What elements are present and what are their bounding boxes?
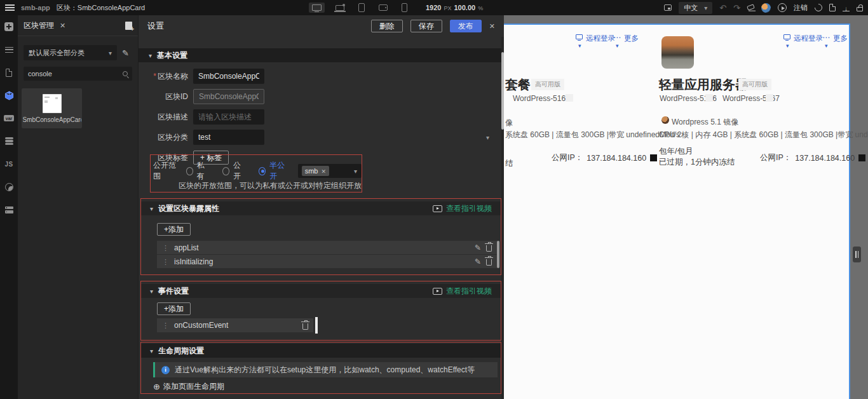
right-card-remote-login[interactable]: 远程登录 (783, 34, 823, 43)
events-guide-link[interactable]: 查看指引视频 (433, 286, 492, 297)
copy-icon[interactable] (858, 154, 865, 161)
props-section-header[interactable]: 设置区块暴露属性 查看指引视频 (141, 201, 501, 215)
edit-categories-icon[interactable] (122, 48, 129, 58)
drag-handle-icon[interactable] (162, 321, 169, 330)
trash-icon[interactable] (486, 245, 492, 252)
chevron-down-icon[interactable] (825, 43, 828, 49)
scope-radio-public[interactable]: 公开 (222, 160, 246, 182)
props-guide-link[interactable]: 查看指引视频 (433, 203, 492, 214)
remove-tag-icon[interactable] (321, 167, 326, 175)
device-laptop-button[interactable] (332, 3, 348, 13)
basic-settings-header[interactable]: 基本设置 (139, 48, 504, 62)
close-panel-icon[interactable] (60, 21, 65, 30)
event-row-oncustomevent[interactable]: onCustomEvent (157, 318, 313, 332)
device-tablet-portrait-button[interactable] (355, 1, 368, 14)
block-card[interactable]: SmbConsoleAppCard (22, 88, 82, 128)
device-phone-button[interactable] (398, 1, 410, 14)
device-desktop-button[interactable] (309, 3, 325, 13)
edit-icon[interactable] (475, 243, 481, 252)
avatar[interactable] (761, 3, 771, 13)
block-id-label: 区块ID (144, 91, 188, 102)
left-card-tab[interactable]: WordPress-5167 (513, 94, 570, 103)
left-card-title: 套餐 (505, 76, 531, 93)
settings-scrollbar-track[interactable] (501, 37, 504, 399)
block-search-input[interactable] (28, 70, 123, 78)
preview-canvas[interactable]: 远程登录 更多 套餐 高可用版 WordPress-5167 像 系统盘 60G… (504, 24, 850, 399)
left-icon-rail (0, 15, 18, 399)
events-section-header[interactable]: 事件设置 查看指引视频 (141, 284, 501, 298)
logout-button[interactable]: 注销 (794, 3, 808, 13)
drag-handle-icon[interactable] (162, 257, 169, 266)
desktop-icon (312, 4, 322, 11)
collapse-icon (150, 287, 153, 295)
topbar: smb-app 区块：SmbConsoleAppCard 1920 PX 100… (0, 0, 868, 15)
refresh-icon[interactable] (813, 3, 824, 13)
save-file-icon[interactable] (829, 4, 836, 11)
new-block-icon[interactable] (125, 22, 132, 30)
block-category-select[interactable] (193, 130, 264, 145)
copy-icon[interactable] (650, 154, 657, 161)
block-search (24, 67, 132, 81)
trash-icon[interactable] (302, 323, 308, 330)
events-scrollbar[interactable] (315, 317, 318, 334)
clear-canvas-icon[interactable] (747, 4, 755, 10)
chevron-down-icon[interactable] (486, 133, 489, 142)
prop-row-isinitializing[interactable]: isInitializing (157, 255, 497, 268)
canvas-width-value[interactable]: 1920 (426, 4, 441, 11)
canvas-resize-handle[interactable] (853, 247, 861, 262)
delete-button[interactable]: 删除 (371, 20, 403, 32)
add-event-button[interactable]: +添加 (157, 302, 191, 315)
rail-outline-button[interactable] (4, 44, 14, 55)
rail-datasource-button[interactable] (4, 136, 14, 146)
right-card-specs: CPU 2核 | 内存 4GB | 系统盘 60GB | 流量包 300GB |… (659, 130, 868, 140)
category-filter-select[interactable]: 默认展示全部分类 (24, 45, 117, 60)
preview-play-icon[interactable] (778, 3, 787, 12)
language-select[interactable]: 中文 (679, 2, 712, 14)
props-scrollbar[interactable] (497, 241, 499, 268)
ip-value: 137.184.184.160 (587, 154, 646, 163)
chevron-down-icon[interactable] (578, 43, 581, 49)
lock-icon[interactable] (857, 7, 863, 11)
left-card-badge: 高可用版 (531, 79, 564, 90)
radio-label: 私有 (197, 160, 210, 182)
device-tablet-landscape-button[interactable] (376, 3, 391, 13)
add-prop-button[interactable]: +添加 (157, 223, 191, 236)
edit-icon[interactable] (475, 257, 481, 266)
phone-icon (402, 3, 407, 12)
save-button[interactable]: 保存 (410, 20, 442, 32)
add-lifecycle-link[interactable]: 添加页面生命周期 (153, 381, 224, 392)
scope-org-select[interactable]: smb (298, 164, 362, 178)
outline-icon (5, 47, 13, 53)
rail-variables-button[interactable] (4, 113, 14, 123)
main-menu-icon[interactable] (5, 4, 15, 11)
prop-row-applist[interactable]: appList (157, 241, 497, 254)
rail-globe-button[interactable] (4, 182, 14, 192)
canvas-zoom-value[interactable]: 100.00 (454, 4, 476, 11)
block-name-input[interactable] (193, 69, 264, 84)
left-card-remote-login[interactable]: 远程登录 (576, 34, 615, 43)
left-card-more[interactable]: 更多 (613, 34, 639, 43)
trash-icon[interactable] (486, 259, 492, 266)
rail-add-button[interactable] (4, 22, 14, 32)
undo-icon[interactable] (719, 3, 726, 13)
rail-services-button[interactable] (4, 205, 14, 215)
right-card-more[interactable]: 更多 (822, 34, 848, 43)
rail-js-button[interactable] (4, 159, 14, 169)
download-icon[interactable] (843, 4, 850, 11)
close-settings-icon[interactable] (489, 22, 495, 30)
publish-button[interactable]: 发布 (450, 20, 482, 32)
chevron-down-icon (704, 3, 707, 12)
scope-radio-private[interactable]: 私有 (186, 160, 210, 182)
rail-pages-button[interactable] (4, 67, 14, 78)
block-desc-input[interactable] (193, 109, 264, 125)
scope-radio-semipublic[interactable]: 半公开 (259, 160, 289, 182)
drag-handle-icon[interactable] (162, 243, 169, 252)
tab-badge-placeholder (705, 94, 713, 102)
rail-blocks-button[interactable] (4, 90, 14, 100)
settings-scrollbar-thumb[interactable] (501, 52, 504, 130)
lifecycle-section-header[interactable]: 生命周期设置 (141, 344, 501, 358)
chevron-down-icon[interactable] (786, 43, 789, 49)
capture-icon[interactable] (664, 4, 672, 11)
chevron-down-icon[interactable] (616, 43, 619, 49)
redo-icon[interactable] (733, 3, 740, 13)
